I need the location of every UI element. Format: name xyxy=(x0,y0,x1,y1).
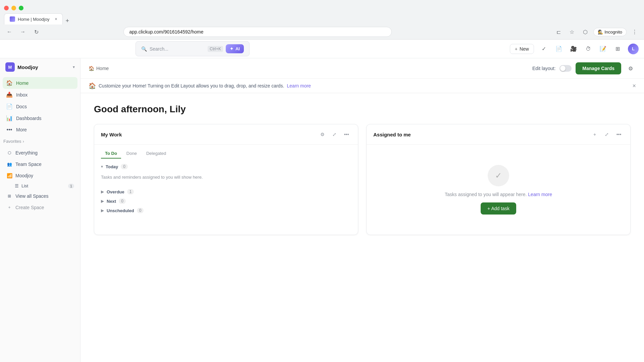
customize-banner: 🏠 Customize your Home! Turning on Edit L… xyxy=(80,79,644,93)
space-label: Team Space xyxy=(15,162,42,167)
more-action-btn[interactable]: ••• xyxy=(614,130,624,139)
edit-layout-toggle[interactable] xyxy=(559,65,572,72)
expand-action-btn[interactable]: ⤢ xyxy=(602,130,611,139)
secondary-topbar: 🏠 Home Edit layout: Manage Cards ⚙ xyxy=(80,58,644,79)
sidebar-item-more[interactable]: ••• More xyxy=(3,124,77,135)
tab-delegated[interactable]: Delegated xyxy=(142,149,170,159)
main-area: 🏠 Home Edit layout: Manage Cards ⚙ 🏠 Cus… xyxy=(80,58,644,362)
section-count: 0 xyxy=(121,164,128,169)
search-bar[interactable]: 🔍 Search... Ctrl+K ✦ AI xyxy=(136,41,250,56)
new-tab-btn[interactable]: + xyxy=(65,17,69,24)
ai-label: AI xyxy=(235,46,240,51)
spaces-section: ⬡ Everything 👥 Team Space 📶 Moodjoy ••• … xyxy=(0,146,80,215)
nav-reload-btn[interactable]: ↻ xyxy=(31,26,42,37)
empty-text-content: Tasks assigned to you will appear here. xyxy=(445,192,527,197)
video-icon[interactable]: 🎥 xyxy=(569,44,578,54)
card-tabs: To Do Done Delegated xyxy=(94,145,358,159)
settings-action-btn[interactable]: ⚙ xyxy=(318,130,327,139)
sidebar-item-dashboards[interactable]: 📊 Dashboards xyxy=(3,112,77,124)
sidebar-subitem-list[interactable]: ☰ List 1 xyxy=(3,181,77,190)
ai-icon: ✦ xyxy=(230,46,233,51)
space-label: View all Spaces xyxy=(15,193,49,199)
cast-icon[interactable]: ⊏ xyxy=(553,26,564,37)
expand-icon[interactable]: ▶ xyxy=(101,199,104,203)
user-avatar[interactable]: L xyxy=(628,44,639,54)
overdue-section: ▶ Overdue 1 xyxy=(101,189,351,194)
add-task-button[interactable]: + Add task xyxy=(481,202,516,215)
breadcrumb-icon: 🏠 xyxy=(89,66,94,71)
assigned-to-me-card: Assigned to me + ⤢ ••• ✓ Tasks assigned … xyxy=(366,124,631,235)
expand-icon[interactable]: ▾ xyxy=(101,164,103,169)
list-count-badge: 1 xyxy=(68,184,74,188)
workspace-name: Moodjoy xyxy=(17,64,38,70)
notepad-icon[interactable]: 📝 xyxy=(598,44,608,54)
window-minimize-btn[interactable] xyxy=(11,6,16,10)
team-icon: 👥 xyxy=(6,161,13,168)
sidebar-item-inbox[interactable]: 📥 Inbox xyxy=(3,89,77,101)
tab-todo[interactable]: To Do xyxy=(101,149,121,159)
browser-tab[interactable]: Home | Moodjoy × xyxy=(4,13,63,24)
workspace-chevron-icon: ▾ xyxy=(73,65,75,69)
grid-icon[interactable]: ⊞ xyxy=(613,44,623,54)
sidebar-item-home[interactable]: 🏠 Home xyxy=(3,77,77,89)
expand-icon[interactable]: ▶ xyxy=(101,208,104,213)
banner-learn-more-link[interactable]: Learn more xyxy=(287,83,311,88)
address-bar[interactable]: app.clickup.com/9016164592/home xyxy=(123,27,392,37)
moodjoy-icon: 📶 xyxy=(6,172,13,179)
tab-title: Home | Moodjoy xyxy=(18,17,49,22)
window-close-btn[interactable] xyxy=(4,6,9,10)
favorites-label: Favorites xyxy=(3,139,21,144)
window-maximize-btn[interactable] xyxy=(19,6,23,10)
section-title: Next xyxy=(107,199,116,204)
sidebar-item-moodjoy[interactable]: 📶 Moodjoy ••• + xyxy=(3,170,77,181)
bookmark-icon[interactable]: ☆ xyxy=(567,26,577,37)
unscheduled-section: ▶ Unscheduled 0 xyxy=(101,208,351,213)
space-add-icon[interactable]: + xyxy=(71,173,74,179)
dashboards-icon: 📊 xyxy=(6,115,13,121)
sidebar-item-everything[interactable]: ⬡ Everything xyxy=(3,147,77,159)
check-icon[interactable]: ✓ xyxy=(539,44,549,54)
banner-close-btn[interactable]: × xyxy=(632,82,636,89)
extension-icon[interactable]: ⬡ xyxy=(580,26,591,37)
more-action-btn[interactable]: ••• xyxy=(342,130,351,139)
tab-done[interactable]: Done xyxy=(122,149,141,159)
doc-icon[interactable]: 📄 xyxy=(554,44,564,54)
settings-button[interactable]: ⚙ xyxy=(625,63,636,74)
list-label: List xyxy=(21,183,28,188)
card-header: Assigned to me + ⤢ ••• xyxy=(367,124,630,145)
learn-more-link[interactable]: Learn more xyxy=(528,192,552,197)
nav-forward-btn[interactable]: → xyxy=(17,26,28,37)
nav-back-btn[interactable]: ← xyxy=(4,26,15,37)
favorites-section[interactable]: Favorites › xyxy=(0,137,80,146)
banner-text: Customize your Home! Turning on Edit Lay… xyxy=(99,83,284,88)
workspace-selector[interactable]: M Moodjoy ▾ xyxy=(0,58,80,76)
toggle-knob xyxy=(560,66,566,71)
inbox-icon: 📥 xyxy=(6,92,13,98)
sidebar-item-view-all-spaces[interactable]: ⊞ View all Spaces xyxy=(3,190,77,202)
expand-action-btn[interactable]: ⤢ xyxy=(330,130,339,139)
checkmark-icon: ✓ xyxy=(495,171,502,180)
section-count: 0 xyxy=(137,208,144,213)
section-title: Overdue xyxy=(107,189,124,194)
banner-emoji: 🏠 xyxy=(89,82,96,89)
time-icon[interactable]: ⏱ xyxy=(584,44,593,54)
menu-icon[interactable]: ⋮ xyxy=(629,26,640,37)
space-more-icon[interactable]: ••• xyxy=(65,173,70,179)
topbar-right: + New ✓ 📄 🎥 ⏱ 📝 ⊞ L xyxy=(510,44,639,54)
sidebar: M Moodjoy ▾ 🏠 Home 📥 Inbox 📄 Docs 📊 Dash… xyxy=(0,58,80,362)
sidebar-item-create-space[interactable]: + Create Space xyxy=(3,202,77,213)
tab-close-btn[interactable]: × xyxy=(55,17,57,21)
sidebar-item-team-space[interactable]: 👥 Team Space xyxy=(3,159,77,170)
incognito-badge[interactable]: 🕵 Incognito xyxy=(593,28,627,36)
expand-icon[interactable]: ▶ xyxy=(101,189,104,194)
section-header: ▾ Today 0 xyxy=(101,164,351,169)
manage-cards-button[interactable]: Manage Cards xyxy=(576,62,621,74)
assigned-empty-state: ✓ Tasks assigned to you will appear here… xyxy=(367,145,630,235)
new-button[interactable]: + New xyxy=(510,44,534,54)
add-action-btn[interactable]: + xyxy=(590,130,599,139)
sidebar-item-docs[interactable]: 📄 Docs xyxy=(3,101,77,112)
space-label: Create Space xyxy=(15,205,44,210)
workspace-icon: M xyxy=(5,62,15,72)
card-actions: ⚙ ⤢ ••• xyxy=(318,130,351,139)
ai-button[interactable]: ✦ AI xyxy=(226,44,244,53)
